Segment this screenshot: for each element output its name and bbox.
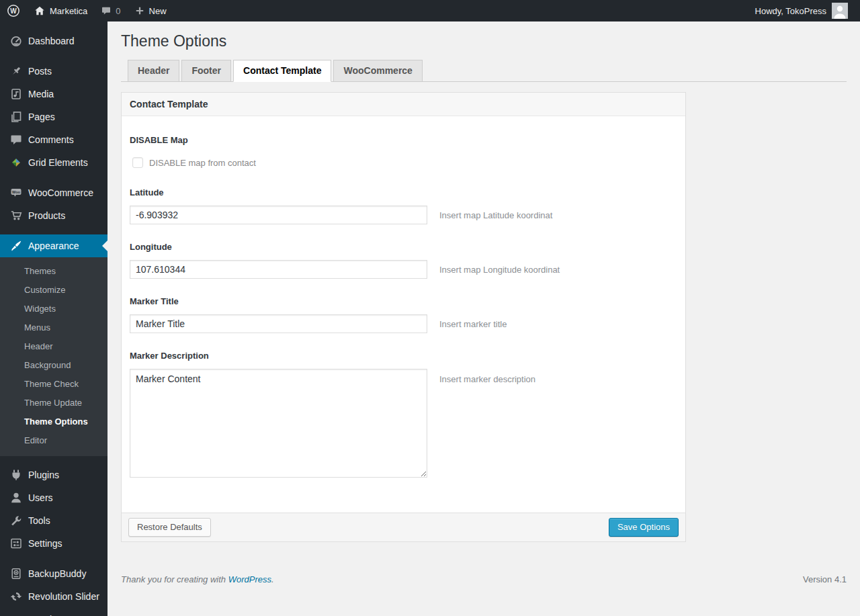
avatar <box>832 3 848 19</box>
submenu-item-theme-check[interactable]: Theme Check <box>0 375 108 394</box>
comment-bubble-icon <box>101 5 112 16</box>
submenu-item-editor[interactable]: Editor <box>0 431 108 450</box>
sidebar-item-woocommerce[interactable]: Woo WooCommerce <box>0 181 108 204</box>
new-label: New <box>149 6 167 16</box>
pushpin-icon <box>9 64 23 78</box>
sidebar-item-dashboard[interactable]: Dashboard <box>0 30 108 52</box>
sidebar-item-label: Comments <box>28 134 74 145</box>
footer-thanks: Thank you for creating with WordPress. <box>121 574 274 584</box>
pages-icon <box>9 110 23 124</box>
submenu-item-theme-update[interactable]: Theme Update <box>0 394 108 412</box>
cart-icon <box>9 209 23 222</box>
longitude-help: Insert map Longitude koordinat <box>439 265 560 275</box>
longitude-label: Longitude <box>130 242 677 252</box>
sidebar-item-comments[interactable]: Comments <box>0 128 108 151</box>
sidebar-item-label: Media <box>28 89 54 99</box>
grid-elements-icon <box>9 156 23 169</box>
wrench-icon <box>9 514 23 527</box>
menu-separator <box>0 456 108 464</box>
sidebar-item-grid-elements[interactable]: Grid Elements <box>0 151 108 174</box>
panel-title: Contact Template <box>122 93 685 116</box>
submenu-item-header[interactable]: Header <box>0 337 108 356</box>
sidebar-item-punch-fonts[interactable]: A Punch Fonts <box>0 608 108 616</box>
main-content: Theme Options HeaderFooterContact Templa… <box>108 21 860 616</box>
marker-title-help: Insert marker title <box>439 319 507 329</box>
sidebar-item-label: Dashboard <box>28 36 75 46</box>
settings-icon <box>9 537 23 550</box>
site-name: Marketica <box>50 6 87 16</box>
sidebar-item-backupbuddy[interactable]: BackupBuddy <box>0 562 108 585</box>
comments-icon <box>9 133 23 146</box>
dashboard-icon <box>9 34 23 48</box>
marker-title-row: Insert marker title <box>130 314 677 333</box>
sidebar-item-media[interactable]: Media <box>0 83 108 105</box>
sidebar-item-label: Revolution Slider <box>28 591 99 602</box>
tab-contact-template[interactable]: Contact Template <box>233 60 331 82</box>
wordpress-link[interactable]: WordPress <box>228 574 271 584</box>
sidebar-item-label: Posts <box>28 66 52 77</box>
comments-menu[interactable]: 0 <box>94 0 127 21</box>
sidebar-item-plugins[interactable]: Plugins <box>0 464 108 486</box>
submenu-item-widgets[interactable]: Widgets <box>0 300 108 318</box>
submenu-item-theme-options[interactable]: Theme Options <box>0 412 108 431</box>
theme-options-tabs: HeaderFooterContact TemplateWooCommerce <box>121 60 847 82</box>
woocommerce-icon: Woo <box>9 186 23 200</box>
sidebar-item-products[interactable]: Products <box>0 204 108 227</box>
sidebar-item-label: Grid Elements <box>28 157 88 168</box>
disable-map-label: DISABLE Map <box>130 135 677 145</box>
sidebar-item-appearance[interactable]: Appearance <box>0 234 108 257</box>
sidebar-item-revolution-slider[interactable]: Revolution Slider <box>0 585 108 608</box>
panel-body: DISABLE Map DISABLE map from contact Lat… <box>122 116 685 513</box>
restore-defaults-button[interactable]: Restore Defaults <box>128 518 211 537</box>
sidebar-item-users[interactable]: Users <box>0 486 108 509</box>
tab-woocommerce[interactable]: WooCommerce <box>333 60 422 82</box>
svg-text:W: W <box>10 7 17 15</box>
wordpress-logo-menu[interactable]: W <box>0 0 27 21</box>
site-name-menu[interactable]: Marketica <box>27 0 94 21</box>
sidebar-item-label: Products <box>28 210 65 221</box>
latitude-row: Insert map Latitude koordinat <box>130 206 677 224</box>
disable-map-checkbox-label[interactable]: DISABLE map from contact <box>149 158 256 168</box>
submenu-item-customize[interactable]: Customize <box>0 281 108 300</box>
marker-title-input[interactable] <box>130 314 427 333</box>
latitude-help: Insert map Latitude koordinat <box>439 210 552 220</box>
footer-period: . <box>271 574 274 584</box>
marker-description-row: Marker Content Insert marker description <box>130 369 677 478</box>
sidebar-item-pages[interactable]: Pages <box>0 105 108 128</box>
disable-map-checkbox[interactable] <box>132 157 143 168</box>
sidebar-item-label: Tools <box>28 515 50 526</box>
admin-bar: W Marketica 0 New Howdy, TokoPress <box>0 0 860 21</box>
sidebar-item-tools[interactable]: Tools <box>0 509 108 532</box>
marker-title-label: Marker Title <box>130 296 677 306</box>
disable-map-row: DISABLE map from contact <box>130 155 677 170</box>
account-menu[interactable]: Howdy, TokoPress <box>744 0 855 21</box>
sidebar-item-label: BackupBuddy <box>28 568 86 579</box>
submenu-item-menus[interactable]: Menus <box>0 318 108 337</box>
new-content-menu[interactable]: New <box>128 0 173 21</box>
menu-separator <box>0 52 108 60</box>
letter-a-icon: A <box>9 613 23 616</box>
sidebar-item-label: Pages <box>28 112 55 122</box>
save-options-button[interactable]: Save Options <box>609 518 679 537</box>
marker-description-textarea[interactable]: Marker Content <box>130 369 427 478</box>
media-icon <box>9 87 23 101</box>
sidebar-item-label: Plugins <box>28 470 59 480</box>
latitude-input[interactable] <box>130 206 427 224</box>
menu-separator <box>0 555 108 562</box>
longitude-row: Insert map Longitude koordinat <box>130 260 677 279</box>
paintbrush-icon <box>9 239 23 253</box>
tab-header[interactable]: Header <box>128 60 179 82</box>
latitude-label: Latitude <box>130 187 677 197</box>
sidebar-item-posts[interactable]: Posts <box>0 60 108 83</box>
howdy-text: Howdy, TokoPress <box>755 6 826 16</box>
submenu-item-background[interactable]: Background <box>0 356 108 375</box>
menu-separator <box>0 174 108 181</box>
submenu-item-themes[interactable]: Themes <box>0 262 108 281</box>
svg-text:Woo: Woo <box>12 190 21 194</box>
longitude-input[interactable] <box>130 260 427 279</box>
plug-icon <box>9 468 23 482</box>
panel-footer: Restore Defaults Save Options <box>122 513 685 541</box>
sidebar-item-settings[interactable]: Settings <box>0 532 108 555</box>
tab-footer[interactable]: Footer <box>181 60 231 82</box>
menu-separator <box>0 227 108 234</box>
